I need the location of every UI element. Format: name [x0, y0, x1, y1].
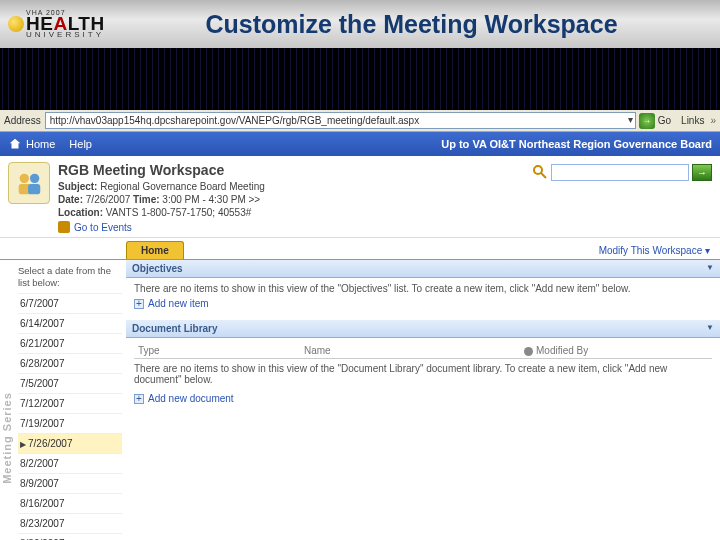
workspace-icon — [8, 162, 50, 204]
meeting-subject: Regional Governance Board Meeting — [100, 181, 265, 192]
add-icon — [134, 299, 144, 309]
modify-workspace-link[interactable]: Modify This Workspace ▾ — [599, 245, 720, 259]
meeting-date: 7/26/2007 — [86, 194, 131, 205]
date-item[interactable]: 8/2/2007 — [18, 453, 122, 473]
date-item[interactable]: 7/12/2007 — [18, 393, 122, 413]
person-icon — [524, 347, 533, 356]
sharepoint-top-nav: Home Help Up to VA OI&T Northeast Region… — [0, 132, 720, 156]
date-item[interactable]: 7/26/2007 — [18, 433, 122, 453]
slide-title: Customize the Meeting Workspace — [163, 10, 720, 39]
meeting-series-strip: Meeting Series — [0, 260, 14, 540]
date-hint: Select a date from the list below: — [18, 265, 122, 293]
address-go-label: Go — [658, 115, 679, 126]
meeting-location: VANTS 1-800-757-1750; 40553# — [106, 207, 251, 218]
objectives-menu-icon[interactable]: ▼ — [706, 263, 714, 274]
workspace-tabs: Home Modify This Workspace ▾ — [0, 238, 720, 260]
date-item[interactable]: 8/30/2007 — [18, 533, 122, 540]
meeting-time: 3:00 PM - 4:30 PM >> — [162, 194, 260, 205]
date-item[interactable]: 6/28/2007 — [18, 353, 122, 373]
workspace-header: RGB Meeting Workspace Subject: Regional … — [0, 156, 720, 238]
search-icon — [532, 164, 548, 180]
slide-banner: VHA 2007 HEALTH UNIVERSITY Customize the… — [0, 0, 720, 48]
calendar-icon — [58, 221, 70, 233]
workspace-title: RGB Meeting Workspace — [58, 162, 532, 178]
date-item[interactable]: 8/9/2007 — [18, 473, 122, 493]
svg-point-1 — [30, 174, 39, 183]
objectives-webpart: Objectives ▼ There are no items to show … — [126, 260, 720, 314]
col-type[interactable]: Type — [134, 345, 304, 356]
doclib-columns: Type Name Modified By — [134, 343, 712, 359]
date-item[interactable]: 8/23/2007 — [18, 513, 122, 533]
search-area: → — [532, 162, 712, 233]
browser-address-bar: Address http://vhav03app154hq.dpcsharepo… — [0, 110, 720, 132]
search-go-button[interactable]: → — [692, 164, 712, 181]
meeting-date-list: 6/7/20076/14/20076/21/20076/28/20077/5/2… — [18, 293, 122, 540]
svg-point-4 — [534, 166, 542, 174]
nav-help-link[interactable]: Help — [69, 138, 92, 150]
doclib-empty-text: There are no items to show in this view … — [134, 359, 712, 389]
go-to-events-link[interactable]: Go to Events — [58, 221, 532, 233]
doclib-menu-icon[interactable]: ▼ — [706, 323, 714, 334]
add-new-document-link[interactable]: Add new document — [134, 393, 712, 404]
address-go-button[interactable]: → — [639, 113, 655, 129]
col-name[interactable]: Name — [304, 345, 524, 356]
date-item[interactable]: 8/16/2007 — [18, 493, 122, 513]
col-modified-by[interactable]: Modified By — [524, 345, 712, 356]
tab-home[interactable]: Home — [126, 241, 184, 259]
add-new-item-link[interactable]: Add new item — [134, 298, 712, 309]
home-icon — [8, 137, 22, 151]
date-item[interactable]: 6/21/2007 — [18, 333, 122, 353]
address-url-input[interactable]: http://vhav03app154hq.dpcsharepoint.gov/… — [45, 112, 636, 129]
nav-home-link[interactable]: Home — [26, 138, 55, 150]
date-item[interactable]: 6/7/2007 — [18, 293, 122, 313]
ehealth-logo: VHA 2007 HEALTH UNIVERSITY — [8, 4, 163, 44]
address-label: Address — [0, 115, 45, 126]
date-sidebar: Select a date from the list below: 6/7/2… — [14, 260, 126, 540]
search-input[interactable] — [551, 164, 689, 181]
doclib-webpart: Document Library ▼ Type Name Modified By… — [126, 320, 720, 409]
date-item[interactable]: 7/5/2007 — [18, 373, 122, 393]
svg-line-5 — [541, 173, 546, 178]
svg-rect-3 — [28, 184, 40, 194]
links-label[interactable]: Links — [679, 115, 710, 126]
decorative-band — [0, 48, 720, 110]
add-icon — [134, 394, 144, 404]
objectives-title: Objectives — [132, 263, 183, 274]
nav-up-link[interactable]: Up to VA OI&T Northeast Region Governanc… — [441, 138, 712, 150]
doclib-title: Document Library — [132, 323, 218, 334]
svg-point-0 — [20, 174, 29, 183]
objectives-empty-text: There are no items to show in this view … — [134, 283, 712, 294]
date-item[interactable]: 6/14/2007 — [18, 313, 122, 333]
date-item[interactable]: 7/19/2007 — [18, 413, 122, 433]
